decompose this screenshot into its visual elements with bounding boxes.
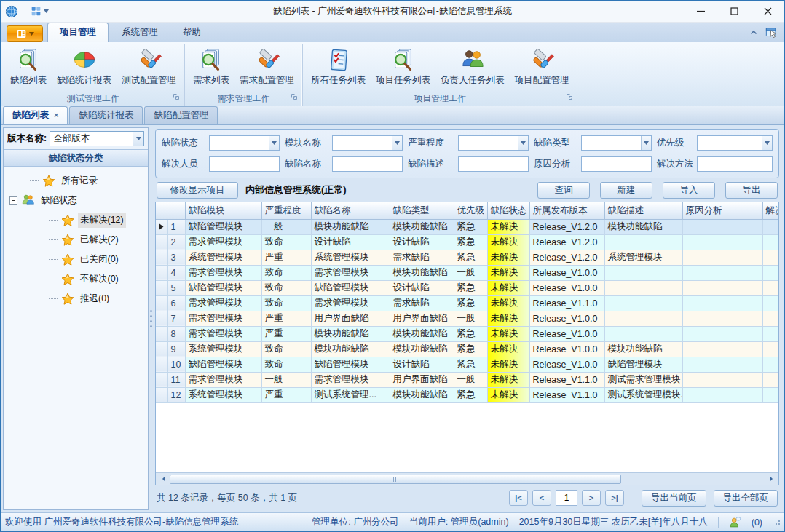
table-row[interactable]: 4需求管理模块致命需求管理模块模块功能缺陷一般未解决Release_V1.0.0 bbox=[156, 265, 778, 280]
toolbar-action-3[interactable]: 导入 bbox=[663, 182, 715, 199]
close-tab-icon[interactable]: × bbox=[54, 111, 58, 119]
filter-input-2-1[interactable] bbox=[209, 156, 280, 172]
tree-item-1[interactable]: 所有记录 bbox=[4, 171, 148, 191]
filter-select-caret[interactable] bbox=[392, 136, 402, 150]
next-page-button[interactable]: > bbox=[582, 490, 601, 506]
table-row[interactable]: 1缺陷管理模块一般模块功能缺陷模块功能缺陷紧急未解决Release_V1.2.0… bbox=[156, 219, 778, 234]
table-row[interactable]: 6需求管理模块致命需求管理模块需求缺陷紧急未解决Release_V1.1.0 bbox=[156, 295, 778, 311]
page-number-input[interactable] bbox=[556, 490, 577, 506]
first-page-button[interactable]: |< bbox=[509, 490, 528, 506]
document-tab-3[interactable]: 缺陷配置管理 bbox=[144, 106, 218, 124]
ribbon-tab-2[interactable]: 系统管理 bbox=[110, 23, 170, 42]
filter-select-caret[interactable] bbox=[269, 136, 279, 150]
panel-splitter[interactable] bbox=[149, 127, 154, 510]
ribbon-button-2-2[interactable]: 需求配置管理 bbox=[234, 44, 299, 89]
column-header-8[interactable]: 缺陷描述 bbox=[604, 202, 682, 219]
version-select[interactable]: 全部版本 bbox=[50, 131, 144, 146]
column-header-10[interactable]: 解决方法 bbox=[762, 202, 778, 219]
application-menu-button[interactable] bbox=[7, 25, 43, 42]
document-tab-2[interactable]: 缺陷统计报表 bbox=[69, 106, 143, 124]
cell-缺陷类型: 设计缺陷 bbox=[390, 234, 454, 250]
table-row[interactable]: 3系统管理模块严重系统管理模块需求缺陷紧急未解决Release_V1.2.0系统… bbox=[156, 250, 778, 265]
pager: |< < > >| bbox=[509, 490, 624, 506]
cell-解决方法 bbox=[762, 311, 778, 326]
column-header-3[interactable]: 缺陷名称 bbox=[311, 202, 390, 219]
ribbon-tab-3[interactable]: 帮助 bbox=[171, 23, 213, 42]
ribbon-button-3-1[interactable]: 所有任务列表 bbox=[306, 44, 371, 89]
close-button[interactable] bbox=[751, 1, 784, 22]
ribbon-tab-1[interactable]: 项目管理 bbox=[47, 23, 109, 42]
ribbon-button-3-3[interactable]: 负责人任务列表 bbox=[435, 44, 510, 89]
export-current-page-button[interactable]: 导出当前页 bbox=[642, 490, 706, 507]
resize-grip[interactable] bbox=[776, 520, 780, 525]
filter-select-1-4[interactable] bbox=[581, 135, 652, 151]
minimize-button[interactable] bbox=[684, 1, 717, 22]
table-row[interactable]: 8需求管理模块严重模块功能缺陷模块功能缺陷紧急未解决Release_V1.0.0 bbox=[156, 326, 778, 341]
table-row[interactable]: 5缺陷管理模块致命缺陷管理模块设计缺陷紧急未解决Release_V1.0.0 bbox=[156, 280, 778, 295]
table-row[interactable]: 11需求管理模块一般需求管理模块用户界面缺陷一般未解决Release_V1.1.… bbox=[156, 372, 778, 387]
column-header-9[interactable]: 原因分析 bbox=[682, 202, 762, 219]
toolbar-action-4[interactable]: 导出 bbox=[725, 182, 778, 199]
tree-item-2[interactable]: 缺陷状态 bbox=[4, 191, 148, 210]
maximize-button[interactable] bbox=[717, 1, 751, 22]
column-header-6[interactable]: 缺陷状态 bbox=[487, 202, 529, 219]
collapse-ribbon-button[interactable] bbox=[749, 28, 758, 37]
ribbon-button-1-1[interactable]: 缺陷列表 bbox=[5, 44, 52, 89]
export-all-pages-button[interactable]: 导出全部页 bbox=[714, 490, 778, 507]
cell-缺陷模块: 需求管理模块 bbox=[185, 311, 261, 326]
toolbar-action-1[interactable]: 查询 bbox=[537, 182, 590, 199]
scroll-left-arrow[interactable] bbox=[156, 473, 168, 485]
scrollbar-thumb[interactable] bbox=[170, 475, 621, 484]
cell-缺陷类型: 模块功能缺陷 bbox=[390, 265, 454, 280]
help-window-icon[interactable] bbox=[765, 26, 778, 39]
filter-input-2-2[interactable] bbox=[332, 156, 403, 172]
cell-缺陷描述: 模块功能缺陷 bbox=[604, 219, 682, 234]
version-select-caret[interactable] bbox=[133, 132, 143, 146]
table-row[interactable]: 12系统管理模块严重测试系统管理...模块功能缺陷紧急未解决Release_V1… bbox=[156, 387, 778, 402]
dialog-launcher-icon[interactable] bbox=[173, 92, 180, 103]
toolbar-action-2[interactable]: 新建 bbox=[600, 182, 652, 199]
ribbon-button-1-3[interactable]: 测试配置管理 bbox=[117, 44, 181, 89]
tree-expander-icon[interactable] bbox=[9, 196, 17, 205]
column-header-1[interactable]: 缺陷模块 bbox=[185, 202, 261, 219]
filter-select-1-3[interactable] bbox=[458, 135, 529, 151]
ribbon-button-1-2[interactable]: 缺陷统计报表 bbox=[52, 44, 117, 89]
prev-page-button[interactable]: < bbox=[532, 490, 551, 506]
filter-label-1-5: 优先级 bbox=[657, 137, 692, 149]
tree-item-7[interactable]: 推迟(0) bbox=[4, 289, 148, 309]
filter-select-1-1[interactable] bbox=[209, 135, 280, 151]
table-row[interactable]: 9系统管理模块致命模块功能缺陷模块功能缺陷紧急未解决Release_V1.0.0… bbox=[156, 341, 778, 357]
tree-item-6[interactable]: 不解决(0) bbox=[4, 269, 148, 289]
filter-input-2-5[interactable] bbox=[697, 156, 773, 172]
table-row[interactable]: 10缺陷管理模块致命缺陷管理模块设计缺陷紧急未解决Release_V1.0.0缺… bbox=[156, 357, 778, 372]
dialog-launcher-icon[interactable] bbox=[291, 92, 298, 103]
column-header-5[interactable]: 优先级 bbox=[454, 202, 487, 219]
column-header-4[interactable]: 缺陷类型 bbox=[390, 202, 454, 219]
filter-select-caret[interactable] bbox=[641, 136, 651, 150]
filter-input-2-4[interactable] bbox=[581, 156, 652, 172]
tree-item-5[interactable]: 已关闭(0) bbox=[4, 250, 148, 269]
modify-columns-button[interactable]: 修改显示项目 bbox=[157, 182, 238, 199]
table-row[interactable]: 7需求管理模块严重用户界面缺陷用户界面缺陷一般未解决Release_V1.0.0 bbox=[156, 311, 778, 326]
tree-item-3[interactable]: 未解决(12) bbox=[4, 210, 148, 230]
document-tab-label: 缺陷列表 bbox=[12, 109, 49, 122]
dialog-launcher-icon[interactable] bbox=[566, 92, 573, 103]
column-header-7[interactable]: 所属发布版本 bbox=[529, 202, 604, 219]
tree-item-4[interactable]: 已解决(2) bbox=[4, 230, 148, 250]
document-tab-1[interactable]: 缺陷列表× bbox=[3, 106, 68, 124]
filter-input-2-3[interactable] bbox=[458, 156, 529, 172]
user-message-icon[interactable] bbox=[729, 516, 741, 528]
filter-select-caret[interactable] bbox=[518, 136, 528, 150]
scroll-right-arrow[interactable] bbox=[766, 473, 778, 485]
horizontal-scrollbar[interactable] bbox=[156, 472, 778, 485]
ribbon-button-3-2[interactable]: 项目任务列表 bbox=[371, 44, 435, 89]
layout-switch-button[interactable] bbox=[28, 4, 52, 18]
filter-select-caret[interactable] bbox=[762, 136, 772, 150]
ribbon-button-3-4[interactable]: 项目配置管理 bbox=[510, 44, 575, 89]
filter-select-1-5[interactable] bbox=[697, 135, 773, 151]
last-page-button[interactable]: >| bbox=[605, 490, 624, 506]
filter-select-1-2[interactable] bbox=[332, 135, 403, 151]
column-header-2[interactable]: 严重程度 bbox=[261, 202, 311, 219]
ribbon-button-2-1[interactable]: 需求列表 bbox=[188, 44, 234, 89]
table-row[interactable]: 2需求管理模块致命设计缺陷设计缺陷紧急未解决Release_V1.2.0 bbox=[156, 234, 778, 250]
